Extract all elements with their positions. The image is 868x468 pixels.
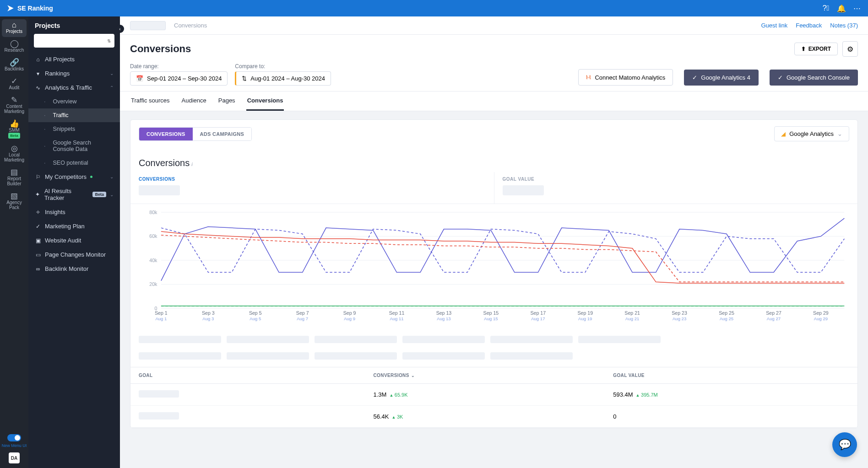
svg-text:Aug 11: Aug 11 [390,317,403,321]
rail-item-backlinks[interactable]: 🔗Backlinks [2,57,27,75]
svg-text:Sep 11: Sep 11 [389,311,405,316]
conv-cell: 1.3M65.9K [365,384,605,406]
tab-pages[interactable]: Pages [217,91,236,111]
svg-text:Aug 1: Aug 1 [155,317,167,321]
sidebar-collapse-button[interactable]: ‹ [116,25,124,33]
svg-text:Aug 17: Aug 17 [531,317,545,321]
sort-desc-icon: ⌄ [411,373,415,378]
sidebar-item-ai-results-tracker[interactable]: ✦AI Results TrackerBeta⌄ [28,184,120,205]
rail-item-smm[interactable]: 👍SMMBeta [2,118,27,142]
rail-item-audit[interactable]: ✓Audit [2,75,27,93]
date-range-label: Date range: [130,63,228,70]
breadcrumb-project[interactable] [130,21,166,30]
goals-table: GOALCONVERSIONS⌄GOAL VALUE 1.3M65.9K593.… [130,367,857,428]
rail-icon: 👍 [2,121,27,126]
sidebar-item-analytics-traffic[interactable]: ∿Analytics & Traffic⌃ [28,81,120,95]
svg-text:Aug 29: Aug 29 [814,317,828,321]
sidebar-subitem-overview[interactable]: Overview [28,95,120,108]
date-range-picker[interactable]: 📅Sep-01 2024 – Sep-30 2024 [130,71,228,86]
col-goal[interactable]: GOAL [130,367,365,384]
svg-text:Aug 25: Aug 25 [720,317,733,321]
svg-text:Sep 17: Sep 17 [531,311,546,316]
sidebar-item-my-competitors[interactable]: ⚐My Competitors⌄ [28,170,120,184]
goal-name [139,390,179,398]
sidebar-item-all-projects[interactable]: ⌂All Projects [28,52,120,66]
rail-item-report-builder[interactable]: ▤Report Builder [2,167,27,189]
check-icon: ✓ [692,74,697,81]
connect-matomo-button[interactable]: ⲘConnect Matomo Analytics [578,69,673,86]
check-icon: ✓ [778,74,783,81]
sidebar-subitem-google-search-console-data[interactable]: Google Search Console Data [28,136,120,156]
kpi-conversions[interactable]: CONVERSIONS [130,172,494,204]
svg-text:Sep 25: Sep 25 [719,311,734,316]
help-icon[interactable]: ?⃝ [821,4,830,13]
breadcrumb: Conversions Guest link Feedback Notes (3… [120,16,868,35]
col-goal-value[interactable]: GOAL VALUE [605,367,857,384]
analytics-source-dropdown[interactable]: ◢Google Analytics⌄ [774,126,849,141]
segment-ads-campaigns[interactable]: ADS CAMPAIGNS [193,128,252,140]
rail-item-agency-pack[interactable]: ▧Agency Pack [2,190,27,213]
sidebar-item-website-audit[interactable]: ▣Website Audit [28,233,120,247]
col-conversions[interactable]: CONVERSIONS⌄ [365,367,605,384]
export-button[interactable]: ⬆EXPORT [794,43,838,55]
top-bar: SE Ranking ?⃝ 🔔 ⋯ [0,0,868,16]
rail-item-local-marketing[interactable]: ◎Local Marketing [2,143,27,166]
rail-icon: ▧ [2,194,27,199]
project-selector[interactable]: ⇅ [34,34,114,48]
gear-icon: ⚙ [847,45,853,54]
calendar-icon: 📅 [136,75,143,82]
table-row[interactable]: 56.4K3K0 [130,406,857,428]
info-icon[interactable]: i [191,161,192,167]
page-title: Conversions [130,43,191,55]
bell-icon[interactable]: 🔔 [837,4,846,13]
feedback-link[interactable]: Feedback [796,22,822,29]
brand-logo: SE Ranking [6,4,53,12]
segment-conversions[interactable]: CONVERSIONS [139,128,193,140]
ga-icon: ◢ [781,130,786,137]
guest-link[interactable]: Guest link [761,22,787,29]
settings-button[interactable]: ⚙ [842,41,858,57]
svg-text:Aug 3: Aug 3 [202,317,214,321]
beta-badge: Beta [92,192,106,197]
svg-text:Aug 13: Aug 13 [437,317,450,321]
rail-item-research[interactable]: ◯Research [2,38,27,56]
new-menu-toggle[interactable] [7,434,21,441]
sidebar-item-marketing-plan[interactable]: ✓Marketing Plan [28,219,120,233]
rail-item-content-marketing[interactable]: ✎Content Marketing [2,94,27,117]
tab-audience[interactable]: Audience [181,91,207,111]
kpi-goal-value[interactable]: GOAL VALUE [494,172,858,204]
nav-icon: ⌂ [35,56,41,63]
sidebar-item-page-changes-monitor[interactable]: ▭Page Changes Monitor [28,247,120,262]
kpi-row: CONVERSIONSGOAL VALUE [130,172,857,204]
sidebar-subitem-seo-potential[interactable]: SEO potential [28,156,120,170]
notes-link[interactable]: Notes (37) [830,22,858,29]
svg-text:Sep 29: Sep 29 [813,311,829,316]
sidebar-item-backlink-monitor[interactable]: ∞Backlink Monitor [28,262,120,276]
svg-text:Sep 9: Sep 9 [343,311,356,316]
conversions-chart: 020k40k60k80kSep 1Aug 1Sep 3Aug 3Sep 5Au… [130,204,857,331]
page-header: Conversions ⬆EXPORT ⚙ [120,35,868,61]
sidebar-item-rankings[interactable]: ▾Rankings⌄ [28,66,120,81]
table-row[interactable]: 1.3M65.9K593.4M395.7M [130,384,857,406]
tab-conversions[interactable]: Conversions [246,91,284,111]
rail-icon: ⌂ [2,22,27,27]
compare-range-picker[interactable]: ⇅Aug-01 2024 – Aug-30 2024 [235,71,331,86]
gsc-button[interactable]: ✓Google Search Console [770,70,858,86]
svg-text:Aug 27: Aug 27 [767,317,781,321]
more-icon[interactable]: ⋯ [852,4,862,13]
rail-item-projects[interactable]: ⌂Projects [2,19,27,37]
sidebar-subitem-traffic[interactable]: Traffic [28,108,120,122]
section-title: Conversionsi [130,148,857,172]
tab-traffic-sources[interactable]: Traffic sources [130,91,171,111]
chat-bubble[interactable]: 💬 [832,432,857,457]
nav-icon: ▭ [35,252,41,258]
chevron-icon: ⌃ [110,85,114,90]
kpi-label: GOAL VALUE [503,177,850,182]
sidebar-item-insights[interactable]: ✧Insights [28,205,120,219]
sidebar-subitem-snippets[interactable]: Snippets [28,122,120,136]
goal-name [139,412,179,420]
da-badge[interactable]: DA [9,452,20,463]
ga4-button[interactable]: ✓Google Analytics 4 [684,70,759,86]
breadcrumb-current: Conversions [174,22,207,29]
chat-icon: 💬 [839,439,851,451]
